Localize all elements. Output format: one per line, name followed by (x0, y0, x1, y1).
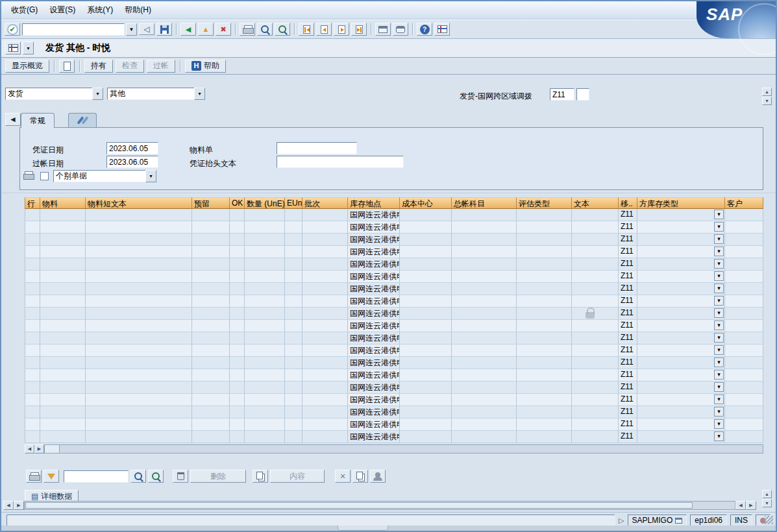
detail-data-tab[interactable]: ▤详细数据 (25, 490, 79, 501)
cell-gl_account[interactable] (452, 295, 517, 308)
cell-movement_type[interactable]: Z11 (619, 221, 637, 234)
cell-line[interactable] (25, 357, 40, 369)
cell-stock_type[interactable]: ▾ (637, 406, 725, 418)
find-button[interactable] (257, 23, 273, 36)
cell-storage_location[interactable]: 国网连云港供电 (348, 345, 400, 357)
cell-cost_center[interactable] (400, 246, 452, 258)
menu-goods-receipt[interactable]: 收货(G) (5, 2, 43, 18)
cell-cost_center[interactable] (400, 221, 452, 234)
cell-ok[interactable] (230, 271, 245, 283)
cell-stock_type[interactable]: ▾ (637, 258, 725, 271)
cell-storage_location[interactable]: 国网连云港供电 (348, 394, 400, 406)
cell-short_text[interactable] (86, 320, 192, 332)
cell-text[interactable] (572, 271, 619, 283)
cell-eun[interactable] (285, 357, 302, 369)
cell-quantity[interactable] (245, 394, 285, 406)
column-header-material[interactable]: 物料 (40, 197, 86, 209)
cell-stock_type[interactable]: ▾ (637, 246, 725, 258)
cell-eun[interactable] (285, 345, 302, 357)
cell-material[interactable] (40, 209, 86, 221)
cell-quantity[interactable] (245, 369, 285, 381)
action-combo-value[interactable] (5, 88, 93, 100)
cell-quantity[interactable] (245, 283, 285, 295)
scroll-up-button[interactable]: ▲ (762, 88, 772, 96)
cell-movement_type[interactable]: Z11 (619, 369, 637, 381)
cell-customer[interactable] (725, 394, 763, 406)
column-header-gl_account[interactable]: 总帐科目 (452, 197, 517, 209)
cell-material[interactable] (40, 283, 86, 295)
cell-cost_center[interactable] (400, 209, 452, 221)
cell-gl_account[interactable] (452, 369, 517, 381)
cell-ok[interactable] (230, 394, 245, 406)
cell-line[interactable] (25, 209, 40, 221)
scroll-down-button[interactable]: ▼ (762, 97, 772, 105)
cell-quantity[interactable] (245, 345, 285, 357)
column-header-line[interactable]: 行 (25, 197, 40, 209)
cell-gl_account[interactable] (452, 394, 517, 406)
window-scroll-left-button-2[interactable]: ◀ (735, 501, 746, 510)
cell-ok[interactable] (230, 246, 245, 258)
cell-short_text[interactable] (86, 431, 192, 443)
cell-movement_type[interactable]: Z11 (619, 258, 637, 271)
cell-customer[interactable] (725, 271, 763, 283)
cell-short_text[interactable] (86, 357, 192, 369)
cell-material[interactable] (40, 295, 86, 308)
cell-reservation[interactable] (192, 258, 230, 271)
print-button[interactable] (240, 23, 255, 36)
table-row[interactable]: 国网连云港供电Z11▾ (25, 381, 763, 394)
cell-movement_type[interactable]: Z11 (619, 209, 637, 221)
table-row[interactable]: 国网连云港供电Z11▾ (25, 345, 763, 357)
cell-valuation_type[interactable] (517, 369, 572, 381)
cell-gl_account[interactable] (452, 332, 517, 345)
column-header-batch[interactable]: 批次 (302, 197, 348, 209)
cell-valuation_type[interactable] (517, 320, 572, 332)
column-header-text[interactable]: 文本 (572, 197, 619, 209)
cell-line[interactable] (25, 308, 40, 320)
cell-eun[interactable] (285, 320, 302, 332)
cell-ok[interactable] (230, 381, 245, 394)
cell-cost_center[interactable] (400, 357, 452, 369)
cell-ok[interactable] (230, 221, 245, 234)
cell-gl_account[interactable] (452, 209, 517, 221)
cell-reservation[interactable] (192, 246, 230, 258)
cell-storage_location[interactable]: 国网连云港供电 (348, 221, 400, 234)
cell-quantity[interactable] (245, 406, 285, 418)
overview-tree-button[interactable] (5, 42, 21, 54)
cell-line[interactable] (25, 381, 40, 394)
cell-storage_location[interactable]: 国网连云港供电 (348, 271, 400, 283)
cell-stock_type[interactable]: ▾ (637, 381, 725, 394)
table-row[interactable]: 国网连云港供电Z11▾ (25, 271, 763, 283)
title-dropdown[interactable]: ▾ (23, 42, 34, 54)
cell-batch[interactable] (302, 295, 348, 308)
cell-valuation_type[interactable] (517, 295, 572, 308)
cell-reservation[interactable] (192, 381, 230, 394)
next-page-button[interactable] (334, 23, 349, 36)
cell-eun[interactable] (285, 418, 302, 431)
cell-text[interactable] (572, 418, 619, 431)
new-session-button[interactable] (375, 23, 391, 36)
cell-text[interactable] (572, 283, 619, 295)
menu-system[interactable]: 系统(Y) (81, 2, 119, 18)
cell-line[interactable] (25, 295, 40, 308)
cell-text[interactable] (572, 345, 619, 357)
stock-type-dropdown-icon[interactable]: ▾ (714, 222, 724, 232)
cell-eun[interactable] (285, 295, 302, 308)
cell-customer[interactable] (725, 418, 763, 431)
cell-ok[interactable] (230, 308, 245, 320)
table-row[interactable]: 国网连云港供电Z11▾ (25, 295, 763, 308)
cell-stock_type[interactable]: ▾ (637, 418, 725, 431)
cell-text[interactable] (572, 332, 619, 345)
cell-line[interactable] (25, 418, 40, 431)
cell-short_text[interactable] (86, 258, 192, 271)
cell-movement_type[interactable]: Z11 (619, 345, 637, 357)
cell-movement_type[interactable]: Z11 (619, 271, 637, 283)
cell-cost_center[interactable] (400, 369, 452, 381)
cell-material[interactable] (40, 246, 86, 258)
menu-help[interactable]: 帮助(H) (119, 2, 157, 18)
cell-cost_center[interactable] (400, 345, 452, 357)
stock-type-dropdown-icon[interactable]: ▾ (714, 370, 724, 380)
cell-valuation_type[interactable] (517, 357, 572, 369)
cell-text[interactable] (572, 381, 619, 394)
cell-quantity[interactable] (245, 221, 285, 234)
find-next-button[interactable] (275, 23, 290, 36)
